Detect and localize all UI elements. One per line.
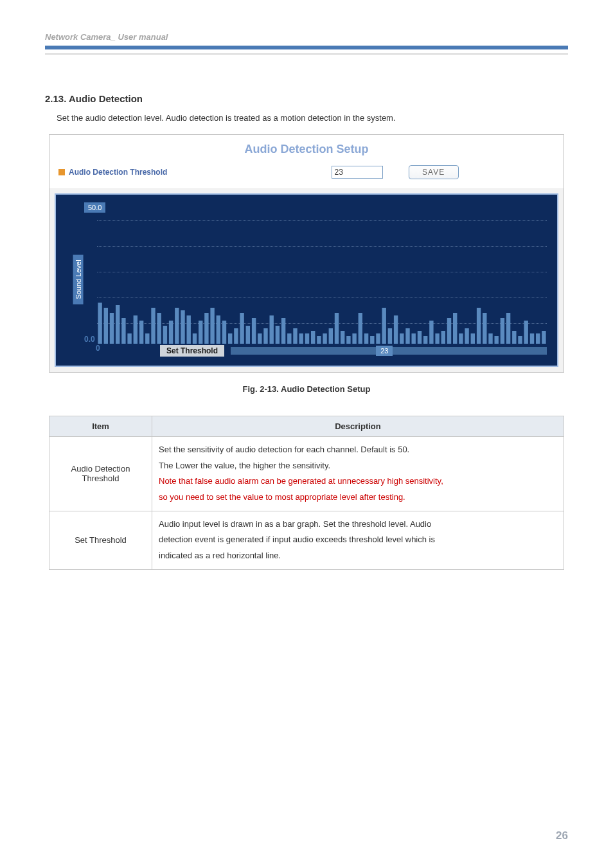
svg-rect-67 (495, 336, 499, 344)
svg-rect-32 (287, 333, 291, 344)
threshold-axis: Set Threshold 23 (160, 344, 547, 358)
svg-rect-30 (276, 326, 280, 344)
svg-rect-56 (429, 321, 433, 344)
svg-rect-17 (199, 321, 202, 344)
description-table: Item Description Audio Detection Thresho… (49, 416, 564, 570)
y-axis-label: Sound Level (73, 254, 84, 304)
svg-rect-40 (335, 313, 339, 344)
svg-rect-16 (193, 333, 197, 344)
threshold-row: Audio Detection Threshold SAVE (49, 165, 564, 188)
cell-item-1: Audio Detection Threshold (49, 437, 152, 511)
svg-rect-31 (281, 318, 285, 344)
svg-rect-15 (187, 315, 191, 344)
svg-rect-63 (471, 333, 475, 344)
y-zero-label: 0.0 (84, 335, 95, 344)
svg-rect-18 (204, 313, 208, 344)
svg-rect-35 (305, 333, 309, 344)
svg-rect-29 (270, 315, 274, 344)
svg-rect-22 (228, 333, 232, 344)
desc-line-warning: so you need to set the value to most app… (159, 490, 557, 506)
svg-rect-73 (530, 333, 534, 344)
threshold-label: Audio Detection Threshold (58, 168, 332, 177)
svg-rect-9 (151, 308, 155, 344)
svg-rect-54 (418, 331, 422, 344)
svg-rect-37 (317, 336, 321, 344)
svg-rect-50 (394, 315, 398, 344)
svg-rect-75 (542, 331, 546, 344)
threshold-marker[interactable]: 23 (376, 346, 393, 356)
svg-rect-74 (536, 333, 540, 344)
svg-rect-24 (240, 313, 244, 344)
y-max-label: 50.0 (84, 202, 105, 213)
svg-rect-8 (145, 333, 149, 344)
svg-rect-11 (163, 326, 167, 344)
section-heading: 2.13. Audio Detection (45, 93, 568, 104)
table-row: Audio Detection Threshold Set the sensit… (49, 437, 564, 511)
cell-item-2: Set Threshold (49, 511, 152, 569)
svg-rect-48 (382, 308, 386, 344)
table-row: Set Threshold Audio input level is drawn… (49, 511, 564, 569)
desc-line: detection event is generated if input au… (159, 532, 557, 548)
svg-rect-70 (512, 331, 516, 344)
svg-rect-27 (258, 333, 262, 344)
header-rule (45, 46, 568, 49)
svg-rect-5 (127, 333, 131, 344)
svg-rect-3 (116, 305, 120, 344)
svg-rect-49 (388, 328, 392, 344)
svg-rect-12 (169, 321, 173, 344)
svg-rect-13 (175, 308, 179, 344)
svg-rect-44 (359, 313, 362, 344)
svg-rect-0 (98, 303, 102, 344)
page-number: 26 (556, 829, 568, 842)
svg-rect-10 (157, 313, 161, 344)
svg-rect-39 (329, 328, 333, 344)
svg-rect-36 (311, 331, 315, 344)
threshold-scale-bar[interactable]: 23 (231, 347, 547, 355)
svg-rect-20 (217, 315, 220, 344)
svg-rect-33 (293, 328, 297, 344)
svg-rect-34 (299, 333, 303, 344)
th-item: Item (49, 416, 152, 437)
svg-rect-38 (323, 333, 326, 344)
th-description: Description (152, 416, 564, 437)
svg-rect-1 (104, 308, 108, 344)
svg-rect-57 (435, 333, 439, 344)
desc-line: Set the sensitivity of audio detection f… (159, 442, 557, 458)
threshold-label-text: Audio Detection Threshold (69, 168, 167, 177)
svg-rect-6 (134, 315, 138, 344)
svg-rect-7 (139, 321, 143, 344)
svg-rect-66 (488, 333, 492, 344)
svg-rect-64 (477, 308, 481, 344)
svg-rect-69 (506, 313, 510, 344)
svg-rect-43 (352, 333, 356, 344)
svg-rect-23 (234, 328, 238, 344)
section-intro: Set the audio detection level. Audio det… (57, 113, 568, 123)
header-thin-rule (45, 53, 568, 55)
figure-caption: Fig. 2-13. Audio Detection Setup (45, 384, 568, 394)
svg-rect-65 (483, 313, 486, 344)
svg-rect-14 (181, 310, 184, 344)
x-zero-label: 0 (96, 344, 100, 353)
sound-level-chart: 50.0 Sound Level 0.0 0 Set Threshold 23 (55, 193, 558, 367)
svg-rect-26 (252, 318, 256, 344)
desc-line: indicated as a red horizontal line. (159, 548, 557, 564)
desc-line-warning: Note that false audio alarm can be gener… (159, 474, 557, 490)
svg-rect-4 (121, 318, 125, 344)
svg-rect-2 (110, 313, 114, 344)
panel-title: Audio Detection Setup (49, 135, 564, 165)
doc-header-title: Network Camera_ User manual (45, 32, 568, 46)
bar-chart-svg (97, 215, 547, 344)
audio-detection-panel: Audio Detection Setup Audio Detection Th… (49, 134, 564, 373)
cell-desc-1: Set the sensitivity of audio detection f… (152, 437, 564, 511)
threshold-input[interactable] (332, 166, 383, 179)
svg-rect-41 (341, 331, 344, 344)
svg-rect-58 (441, 331, 445, 344)
save-button[interactable]: SAVE (409, 165, 459, 179)
cell-desc-2: Audio input level is drawn in as a bar g… (152, 511, 564, 569)
svg-rect-42 (346, 336, 350, 344)
desc-line: Audio input level is drawn in as a bar g… (159, 517, 557, 533)
svg-rect-68 (501, 318, 504, 344)
svg-rect-59 (447, 318, 451, 344)
svg-rect-19 (210, 308, 214, 344)
svg-rect-61 (459, 333, 463, 344)
